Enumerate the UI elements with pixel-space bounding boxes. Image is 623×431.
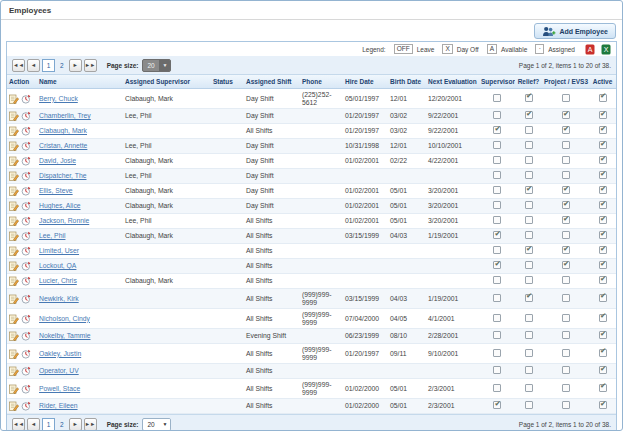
edit-icon[interactable] <box>9 314 19 324</box>
edit-icon[interactable] <box>9 111 19 121</box>
schedule-clock-icon[interactable] <box>21 401 31 411</box>
edit-icon[interactable] <box>9 156 19 166</box>
project-evs3-checkbox-cell <box>542 364 589 379</box>
schedule-clock-icon[interactable] <box>21 231 31 241</box>
edit-icon[interactable] <box>9 216 19 226</box>
col-relief[interactable]: Relief? <box>515 75 542 89</box>
prev-page-button[interactable]: ◄ <box>27 418 40 431</box>
employee-name-link[interactable]: Clabaugh, Mark <box>39 127 87 134</box>
page-size-dropdown[interactable]: 20 ▼ <box>142 59 171 72</box>
edit-icon[interactable] <box>9 171 19 181</box>
employee-name-link[interactable]: Nicholson, Cindy <box>39 315 90 322</box>
schedule-clock-icon[interactable] <box>21 201 31 211</box>
schedule-clock-icon[interactable] <box>21 156 31 166</box>
employee-name-link[interactable]: Hughes, Alice <box>39 202 81 209</box>
col-action[interactable]: Action <box>7 75 37 89</box>
schedule-clock-icon[interactable] <box>21 246 31 256</box>
edit-icon[interactable] <box>9 294 19 304</box>
page-size-dropdown[interactable]: 20 ▼ <box>142 418 171 431</box>
employee-name-link[interactable]: Lockout, QA <box>39 262 76 269</box>
employee-name-link[interactable]: Dispatcher, The <box>39 172 86 179</box>
schedule-clock-icon[interactable] <box>21 366 31 376</box>
edit-icon[interactable] <box>9 246 19 256</box>
schedule-clock-icon[interactable] <box>21 384 31 394</box>
shift-cell: All Shifts <box>244 244 300 259</box>
schedule-clock-icon[interactable] <box>21 186 31 196</box>
page-2-link[interactable]: 2 <box>57 421 67 428</box>
employee-name-link[interactable]: Newkirk, Kirk <box>39 295 79 302</box>
schedule-clock-icon[interactable] <box>21 314 31 324</box>
edit-icon[interactable] <box>9 201 19 211</box>
edit-icon[interactable] <box>9 126 19 136</box>
employee-name-link[interactable]: Chamberlin, Trey <box>39 112 91 119</box>
excel-export-icon[interactable]: X <box>601 44 611 55</box>
schedule-clock-icon[interactable] <box>21 331 31 341</box>
next-page-button[interactable]: ► <box>69 59 82 72</box>
col-hire-date[interactable]: Hire Date <box>343 75 388 89</box>
employee-name-link[interactable]: Oakley, Justin <box>39 350 81 357</box>
add-employee-button[interactable]: Add Employee <box>534 23 616 39</box>
col-project-evs3[interactable]: Project / EVS3 <box>542 75 589 89</box>
employee-name-link[interactable]: Rider, Eileen <box>39 402 78 409</box>
current-page-button[interactable]: 1 <box>42 59 55 72</box>
schedule-clock-icon[interactable] <box>21 349 31 359</box>
edit-icon[interactable] <box>9 261 19 271</box>
hire-date-cell: 07/04/2000 <box>343 309 388 329</box>
edit-icon[interactable] <box>9 94 19 104</box>
col-status[interactable]: Status <box>211 75 244 89</box>
shift-cell: All Shifts <box>244 364 300 379</box>
project-evs3-checkbox-cell <box>542 184 589 199</box>
schedule-clock-icon[interactable] <box>21 171 31 181</box>
schedule-clock-icon[interactable] <box>21 94 31 104</box>
employee-name-link[interactable]: Lucier, Chris <box>39 277 77 284</box>
edit-icon[interactable] <box>9 366 19 376</box>
first-page-button[interactable]: ◄◄ <box>12 59 25 72</box>
next-page-button[interactable]: ► <box>69 418 82 431</box>
edit-icon[interactable] <box>9 141 19 151</box>
edit-icon[interactable] <box>9 349 19 359</box>
schedule-clock-icon[interactable] <box>21 294 31 304</box>
schedule-clock-icon[interactable] <box>21 216 31 226</box>
supervisor-checkbox-cell <box>479 259 515 274</box>
schedule-clock-icon[interactable] <box>21 126 31 136</box>
employee-name-link[interactable]: Limited, User <box>39 247 79 254</box>
col-active[interactable]: Active <box>589 75 616 89</box>
col-phone[interactable]: Phone <box>300 75 343 89</box>
birth-date-cell: 05/01 <box>388 399 426 414</box>
col-assigned-supervisor[interactable]: Assigned Supervisor <box>123 75 211 89</box>
project-evs3-checkbox <box>562 171 570 179</box>
first-page-button[interactable]: ◄◄ <box>12 418 25 431</box>
col-supervisor[interactable]: Supervisor? <box>479 75 515 89</box>
col-next-evaluation[interactable]: Next Evaluation <box>426 75 479 89</box>
employee-name-link[interactable]: Nokelby, Tammie <box>39 332 91 339</box>
current-page-button[interactable]: 1 <box>42 418 55 431</box>
employee-name-link[interactable]: Lee, Phil <box>39 232 65 239</box>
employee-name-link[interactable]: Powell, Stace <box>39 385 80 392</box>
last-page-button[interactable]: ►► <box>84 59 97 72</box>
shift-cell: Day Shift <box>244 109 300 124</box>
employee-name-link[interactable]: Operator, UV <box>39 367 79 374</box>
employee-name-link[interactable]: David, Josie <box>39 157 76 164</box>
schedule-clock-icon[interactable] <box>21 111 31 121</box>
schedule-clock-icon[interactable] <box>21 141 31 151</box>
pdf-export-icon[interactable]: A <box>585 44 595 55</box>
edit-icon[interactable] <box>9 186 19 196</box>
prev-page-button[interactable]: ◄ <box>27 59 40 72</box>
edit-icon[interactable] <box>9 384 19 394</box>
col-assigned-shift[interactable]: Assigned Shift <box>244 75 300 89</box>
edit-icon[interactable] <box>9 231 19 241</box>
employee-name-link[interactable]: Cristan, Annette <box>39 142 87 149</box>
schedule-clock-icon[interactable] <box>21 261 31 271</box>
edit-icon[interactable] <box>9 276 19 286</box>
schedule-clock-icon[interactable] <box>21 276 31 286</box>
edit-icon[interactable] <box>9 401 19 411</box>
hire-date-cell: 10/31/1998 <box>343 139 388 154</box>
employee-name-link[interactable]: Berry, Chuck <box>39 95 78 102</box>
page-2-link[interactable]: 2 <box>57 62 67 69</box>
employee-name-link[interactable]: Jackson, Ronnie <box>39 217 89 224</box>
col-birth-date[interactable]: Birth Date <box>388 75 426 89</box>
employee-name-link[interactable]: Ellis, Steve <box>39 187 73 194</box>
col-name[interactable]: Name <box>37 75 123 89</box>
edit-icon[interactable] <box>9 331 19 341</box>
last-page-button[interactable]: ►► <box>84 418 97 431</box>
